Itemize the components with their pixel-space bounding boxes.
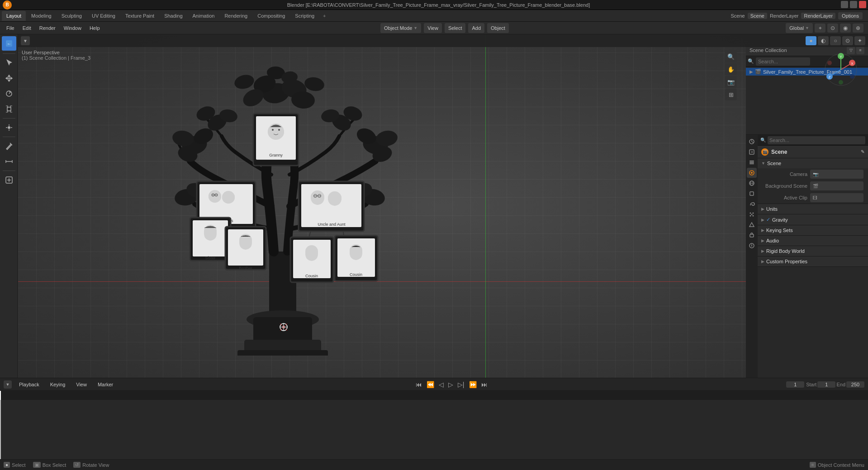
play-prev-frame-button[interactable]: ◁: [437, 381, 445, 388]
timeline-view-menu[interactable]: View: [72, 380, 90, 389]
overlay-button[interactable]: ◉: [840, 24, 851, 33]
maximize-button[interactable]: [850, 1, 857, 8]
rotate-tool[interactable]: [2, 86, 16, 101]
blender-logo[interactable]: B: [3, 0, 12, 9]
transform-tool[interactable]: [2, 120, 16, 135]
view-menu[interactable]: View: [424, 23, 442, 33]
annotate-tool[interactable]: [2, 139, 16, 153]
play-next-frame-button[interactable]: ▷|: [456, 381, 466, 388]
viewport-numpad-button[interactable]: ⊞: [725, 89, 737, 100]
play-prev-key-button[interactable]: ⏪: [425, 381, 436, 388]
camera-value[interactable]: 📷: [810, 170, 863, 179]
scale-tool[interactable]: [2, 102, 16, 116]
move-tool[interactable]: [2, 71, 16, 85]
units-section-header[interactable]: ▶ Units: [758, 204, 868, 214]
play-first-button[interactable]: ⏮: [414, 381, 423, 388]
renderlayer-input[interactable]: RenderLayer: [801, 13, 835, 19]
prop-icon-world[interactable]: [747, 178, 757, 188]
viewport-camera-button[interactable]: 📷: [725, 76, 737, 88]
object-mode-selector[interactable]: Object Mode ▼: [380, 23, 421, 33]
svg-point-113: [751, 214, 753, 215]
object-menu[interactable]: Object: [487, 23, 509, 33]
tab-scripting[interactable]: Scripting: [290, 11, 319, 21]
tab-rendering[interactable]: Rendering: [220, 11, 252, 21]
select-menu[interactable]: Select: [445, 23, 466, 33]
add-object-tool[interactable]: [2, 173, 16, 187]
prop-icon-objectdata[interactable]: [747, 241, 757, 251]
play-last-button[interactable]: ⏭: [480, 381, 489, 388]
prop-icon-render[interactable]: [747, 137, 757, 147]
shading-render-button[interactable]: ○: [830, 36, 841, 45]
prop-icon-scene[interactable]: [747, 168, 757, 178]
current-frame-input[interactable]: 1: [786, 381, 804, 388]
options-button[interactable]: Options: [838, 12, 863, 19]
timeline-keying-menu[interactable]: Keying: [47, 380, 69, 389]
tab-animation[interactable]: Animation: [188, 11, 219, 21]
menu-file[interactable]: File: [3, 23, 18, 33]
active-clip-value[interactable]: 🎞: [810, 193, 863, 202]
prop-icon-particles[interactable]: [747, 209, 757, 219]
axis-y-line: [485, 34, 486, 378]
menu-render[interactable]: Render: [36, 23, 59, 33]
keying-sets-section-header[interactable]: ▶ Keying Sets: [758, 225, 868, 235]
overlay-toggle[interactable]: ⊙: [842, 36, 853, 45]
prop-icon-output[interactable]: [747, 147, 757, 157]
tab-compositing[interactable]: Compositing: [253, 11, 289, 21]
viewport-options-button[interactable]: ▼: [21, 36, 30, 45]
cursor-tool[interactable]: [2, 56, 16, 70]
gizmo-toggle[interactable]: ✦: [854, 36, 865, 45]
viewport-pan-button[interactable]: ✋: [725, 63, 737, 75]
viewport[interactable]: ▼ ● ◐ ○ ⊙ ✦ User Perspective (1) Scene C…: [18, 34, 868, 378]
timeline-marker-menu[interactable]: Marker: [94, 380, 117, 389]
playhead[interactable]: [0, 391, 1, 400]
shading-solid-button[interactable]: ●: [806, 36, 816, 45]
timeline-body[interactable]: [0, 400, 868, 459]
prop-icon-constraints[interactable]: [747, 230, 757, 240]
viewport-zoom-in-button[interactable]: 🔍: [725, 51, 737, 62]
timeline-playback-menu[interactable]: Playback: [15, 380, 43, 389]
background-scene-value[interactable]: 🎬: [810, 181, 863, 190]
start-frame-input[interactable]: 1: [817, 381, 835, 388]
custom-props-section-header[interactable]: ▶ Custom Properties: [758, 256, 868, 266]
scene-input[interactable]: Scene: [748, 13, 767, 19]
measure-tool[interactable]: [2, 154, 16, 169]
prop-icon-physics[interactable]: [747, 220, 757, 230]
svg-point-97: [850, 74, 854, 79]
properties-search-input[interactable]: [768, 136, 865, 144]
tab-layout[interactable]: Layout: [2, 11, 26, 21]
end-frame-input[interactable]: 250: [846, 381, 864, 388]
tab-shading[interactable]: Shading: [160, 11, 187, 21]
active-tool-icon[interactable]: ←: [2, 36, 16, 51]
close-button[interactable]: [859, 1, 866, 8]
scene-section-header[interactable]: ▼ Scene: [758, 158, 868, 168]
shading-material-button[interactable]: ◐: [818, 36, 829, 45]
audio-section-header[interactable]: ▶ Audio: [758, 236, 868, 246]
tab-sculpting[interactable]: Sculpting: [57, 11, 86, 21]
prop-icon-viewlayer[interactable]: [747, 157, 757, 167]
play-button[interactable]: ▷: [447, 381, 455, 388]
timeline-options[interactable]: ▼: [4, 380, 12, 389]
global-selector[interactable]: Global ▼: [786, 23, 813, 33]
tab-modeling[interactable]: Modeling: [27, 11, 56, 21]
proportional-edit-button[interactable]: ⊙: [827, 24, 838, 33]
prop-icon-object[interactable]: [747, 189, 757, 199]
navigation-gizmo[interactable]: X Y Z: [823, 52, 859, 88]
gizmo-button[interactable]: ⊕: [853, 24, 863, 33]
add-workspace-button[interactable]: +: [320, 11, 329, 20]
rigid-body-section-header[interactable]: ▶ Rigid Body World: [758, 246, 868, 256]
tab-uv-editing[interactable]: UV Editing: [87, 11, 120, 21]
scene-options-icon[interactable]: ✎: [861, 149, 864, 154]
menu-help[interactable]: Help: [86, 23, 104, 33]
tab-texture-paint[interactable]: Texture Paint: [121, 11, 159, 21]
menu-edit[interactable]: Edit: [19, 23, 35, 33]
menu-window[interactable]: Window: [60, 23, 85, 33]
right-panel: Scene Collection ▽ ≡ 🔍 ▶ 🎬 Silver_Family…: [746, 44, 868, 378]
end-label: End: [836, 382, 845, 387]
outliner-search-input[interactable]: [756, 57, 810, 66]
snap-button[interactable]: ⌖: [815, 24, 825, 33]
gravity-section-header[interactable]: ▶ ✓ Gravity: [758, 214, 868, 225]
add-menu[interactable]: Add: [468, 23, 484, 33]
minimize-button[interactable]: [841, 1, 848, 8]
prop-icon-modifier[interactable]: [747, 199, 757, 209]
play-next-key-button[interactable]: ⏩: [468, 381, 478, 388]
